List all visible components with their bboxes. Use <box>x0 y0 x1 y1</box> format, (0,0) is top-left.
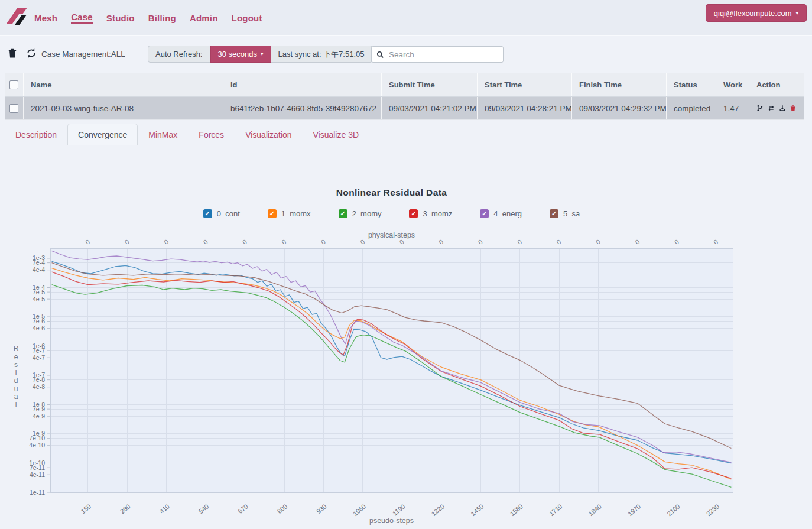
cell-actions <box>749 97 804 119</box>
legend-label: 5_sa <box>563 209 580 218</box>
x-tick-label: 2100 <box>665 502 681 517</box>
select-all-checkbox[interactable] <box>9 80 18 89</box>
search-input[interactable] <box>388 50 498 60</box>
y-tick-label: 4e-9 <box>33 413 45 420</box>
x-tick-label: 280 <box>119 502 132 515</box>
cell-status: completed <box>667 97 716 119</box>
legend-item-4_energ[interactable]: ✓4_energ <box>480 209 522 218</box>
top-x-tick-label: 0 <box>595 238 602 246</box>
tab-forces[interactable]: Forces <box>188 124 235 145</box>
legend-checkbox-checked-icon[interactable]: ✓ <box>550 209 558 218</box>
top-x-axis-title: physical-steps <box>368 232 415 239</box>
legend-label: 2_momy <box>352 209 382 218</box>
cell-name: 2021-09-03-wing-fuse-AR-08 <box>24 97 223 119</box>
y-tick-label: 4e-8 <box>33 383 45 390</box>
user-email: qiqi@flexcompute.com <box>714 9 792 18</box>
column-header-start_time: Start Time <box>478 73 572 96</box>
y-tick-label: 4e-10 <box>29 442 45 449</box>
cell-work: 1.47 <box>716 97 749 119</box>
top-x-tick-label: 0 <box>477 238 484 246</box>
x-tick-label: 540 <box>197 502 210 515</box>
x-tick-label: 800 <box>276 502 289 515</box>
code-branch-icon[interactable] <box>756 104 764 112</box>
top-x-tick-label: 0 <box>241 238 248 246</box>
trash-icon[interactable] <box>7 48 18 59</box>
y-tick-label: 4e-6 <box>33 324 45 332</box>
nav-item-admin[interactable]: Admin <box>190 13 218 23</box>
column-header-submit_time: Submit Time <box>382 73 478 96</box>
top-x-tick-label: 0 <box>634 238 641 246</box>
column-header-work: Work <box>716 73 749 96</box>
legend-checkbox-checked-icon[interactable]: ✓ <box>480 209 489 218</box>
y-tick-label: 4e-4 <box>33 266 45 273</box>
legend-item-5_sa[interactable]: ✓5_sa <box>550 209 580 218</box>
x-axis-title: pseudo-steps <box>369 517 414 525</box>
retweet-icon[interactable] <box>768 104 775 112</box>
y-tick-label: 4e-7 <box>33 354 45 361</box>
residual-line-chart[interactable]: 1e-37e-44e-41e-47e-54e-51e-57e-64e-61e-6… <box>0 232 812 529</box>
tab-minmax[interactable]: MinMax <box>138 124 188 145</box>
sync-icon[interactable] <box>26 48 37 59</box>
user-menu-button[interactable]: qiqi@flexcompute.com ▾ <box>706 4 807 22</box>
table-row[interactable]: 2021-09-03-wing-fuse-AR-08b641f2eb-1b07-… <box>5 97 804 119</box>
case-table: NameIdSubmit TimeStart TimeFinish TimeSt… <box>5 73 804 120</box>
caret-down-icon: ▾ <box>261 51 264 57</box>
nav-item-mesh[interactable]: Mesh <box>34 13 57 23</box>
table-header-row: NameIdSubmit TimeStart TimeFinish TimeSt… <box>5 73 804 97</box>
column-header-finish_time: Finish Time <box>572 73 667 96</box>
legend-item-0_cont[interactable]: ✓0_cont <box>203 209 240 218</box>
x-tick-label: 1840 <box>587 502 602 517</box>
download-icon[interactable] <box>779 104 786 112</box>
detail-tabs: DescriptionConvergenceMinMaxForcesVisual… <box>5 124 369 145</box>
legend-item-2_momy[interactable]: ✓2_momy <box>339 209 382 218</box>
cell-start_time: 09/03/2021 04:28:21 PM <box>478 97 572 119</box>
top-x-tick-label: 0 <box>712 238 719 246</box>
x-tick-label: 1060 <box>352 502 367 517</box>
legend-checkbox-checked-icon[interactable]: ✓ <box>339 209 347 218</box>
refresh-interval-dropdown[interactable]: 30 seconds ▾ <box>210 46 271 63</box>
nav-item-studio[interactable]: Studio <box>106 13 135 23</box>
legend-label: 0_cont <box>217 209 240 218</box>
case-toolbar: Case Management:ALL Auto Refresh: 30 sec… <box>0 44 812 64</box>
top-x-tick-label: 0 <box>320 238 327 246</box>
column-header-status: Status <box>667 73 716 96</box>
nav-item-logout[interactable]: Logout <box>232 13 262 23</box>
y-tick-label: 7e-11 <box>30 464 45 471</box>
row-checkbox[interactable] <box>9 104 18 113</box>
trash-icon[interactable] <box>790 104 797 112</box>
x-tick-label: 1190 <box>391 502 407 517</box>
plot-area[interactable] <box>50 248 733 492</box>
cell-submit_time: 09/03/2021 04:21:02 PM <box>382 97 478 119</box>
tab-visualize-3d[interactable]: Visualize 3D <box>302 124 369 145</box>
x-tick-label: 410 <box>158 502 171 515</box>
x-tick-label: 1320 <box>430 502 446 517</box>
legend-item-3_momz[interactable]: ✓3_momz <box>409 209 452 218</box>
legend-checkbox-checked-icon[interactable]: ✓ <box>409 209 418 218</box>
tab-convergence[interactable]: Convergence <box>67 124 138 145</box>
y-tick-label: 7e-9 <box>33 405 45 413</box>
x-tick-label: 1450 <box>469 502 485 517</box>
tab-visualization[interactable]: Visualization <box>235 124 302 145</box>
cell-id: b641f2eb-1b07-4660-8fd5-39f492807672 <box>223 97 382 119</box>
top-x-tick-label: 0 <box>124 238 131 246</box>
x-tick-label: 150 <box>79 502 92 515</box>
y-tick-label: 7e-10 <box>29 434 45 442</box>
x-tick-label: 670 <box>236 502 249 515</box>
search-box <box>371 46 504 63</box>
nav-item-case[interactable]: Case <box>71 12 93 24</box>
top-x-tick-label: 0 <box>359 238 366 246</box>
flexcompute-logo[interactable] <box>5 6 30 30</box>
x-tick-label: 1710 <box>548 502 563 517</box>
tab-description[interactable]: Description <box>5 124 67 145</box>
nav-item-billing[interactable]: Billing <box>148 13 176 23</box>
legend-checkbox-checked-icon[interactable]: ✓ <box>203 209 212 218</box>
last-sync-label: Last sync at: 下午7:51:05 <box>271 46 372 63</box>
y-tick-label: 4e-5 <box>33 296 45 303</box>
search-icon <box>376 51 384 59</box>
legend-label: 4_energ <box>493 209 522 218</box>
legend-item-1_momx[interactable]: ✓1_momx <box>268 209 311 218</box>
row-select-cell <box>5 97 24 119</box>
chart-legend: ✓0_cont✓1_momx✓2_momy✓3_momz✓4_energ✓5_s… <box>50 209 733 218</box>
top-x-tick-label: 0 <box>556 238 563 246</box>
legend-checkbox-checked-icon[interactable]: ✓ <box>268 209 277 218</box>
